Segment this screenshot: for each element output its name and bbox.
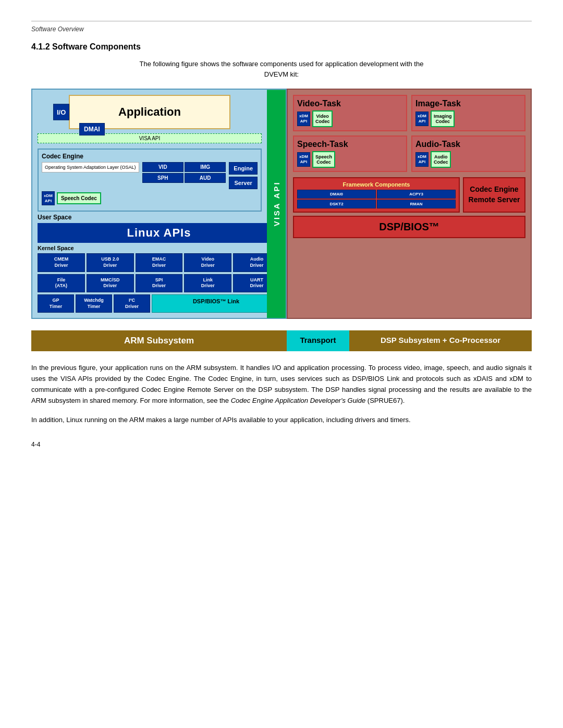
video-xdm-api: xDMAPI (297, 112, 310, 126)
visa-api-label: VISA API (38, 133, 262, 143)
usb-driver: USB 2.0Driver (87, 253, 134, 272)
speech-xdm-api: xDMAPI (297, 152, 310, 166)
server-box: Server (229, 177, 258, 189)
visa-api-vertical: VISA API (267, 90, 286, 318)
software-diagram: I/O Application DMAI VISA API Codec Engi… (31, 89, 532, 319)
dsp-section: Video-Task xDMAPI VideoCodec Image-Task … (287, 89, 532, 319)
rman-cell: RMAN (377, 200, 456, 208)
io-box: I/O (53, 104, 69, 120)
file-driver: File(ATA) (38, 274, 85, 292)
speech-task-title: Speech-Task (297, 140, 403, 149)
arm-section: I/O Application DMAI VISA API Codec Engi… (31, 89, 287, 319)
vid-img-grid: VID IMG SPH AUD (142, 162, 226, 183)
cmem-driver: CMEMDriver (38, 253, 85, 272)
osal-box: Operating System Adaptation Layer (OSAL) (42, 162, 139, 172)
dmai-box: DMAI (79, 123, 105, 135)
image-task-inner: xDMAPI ImagingCodec (415, 110, 521, 127)
framework-box: Framework Components DMAI0 ACPY3 DSKT2 R… (293, 177, 460, 213)
video-task-box: Video-Task xDMAPI VideoCodec (293, 95, 407, 131)
i2c-driver: I²CDriver (114, 294, 150, 313)
driver-row-1: CMEMDriver USB 2.0Driver EMACDriver Vide… (38, 253, 280, 272)
application-label: Application (118, 105, 181, 118)
link-driver: LinkDriver (184, 274, 231, 292)
dsp-tasks-grid: Video-Task xDMAPI VideoCodec Image-Task … (293, 95, 525, 172)
linux-apis-bar: Linux APIs (38, 223, 280, 243)
speech-task-box: Speech-Task xDMAPI SpeechCodec (293, 135, 407, 172)
codec-remote-text: Codec Engine Remote Server (467, 184, 521, 205)
spi-driver: SPIDriver (136, 274, 183, 292)
video-task-inner: xDMAPI VideoCodec (297, 110, 403, 127)
transport-bar: Transport (287, 330, 349, 351)
speech-codec-box2: SpeechCodec (312, 151, 335, 168)
watchdog-timer: WatchdgTimer (76, 294, 112, 313)
subsystem-bars: ARM Subsystem Transport DSP Subsystem + … (31, 330, 532, 351)
framework-grid: DMAI0 ACPY3 DSKT2 RMAN (297, 190, 456, 208)
acpy3-cell: ACPY3 (377, 190, 456, 199)
application-box: I/O Application DMAI (69, 95, 230, 129)
section-header: Software Overview (31, 26, 532, 33)
speech-task-inner: xDMAPI SpeechCodec (297, 151, 403, 168)
vid-cell: VID (142, 162, 183, 172)
engine-box: Engine (229, 162, 258, 175)
framework-codec-row: Framework Components DMAI0 ACPY3 DSKT2 R… (293, 177, 525, 213)
dsp-bios-link-box: DSP/BIOS™ Link (152, 294, 280, 313)
italic-title: Codec Engine Application Developer's Gui… (231, 397, 366, 404)
xdm-api-box: xDMAPI (42, 191, 55, 205)
img-cell: IMG (185, 162, 226, 172)
codec-remote-box: Codec Engine Remote Server (463, 177, 525, 213)
body-paragraph-2: In addition, Linux running on the ARM ma… (31, 415, 532, 426)
imaging-codec-box: ImagingCodec (431, 110, 455, 127)
arm-subsystem-bar: ARM Subsystem (31, 330, 287, 351)
aud-cell: AUD (185, 173, 226, 183)
section-divider (31, 21, 532, 21)
gp-timer: GPTimer (38, 294, 74, 313)
image-task-box: Image-Task xDMAPI ImagingCodec (411, 95, 525, 131)
kernel-space-label: Kernel Space (38, 245, 280, 251)
mmcsd-driver: MMC/SDDriver (87, 274, 134, 292)
video-codec-box: VideoCodec (312, 110, 333, 127)
audio-task-box: Audio-Task xDMAPI AudioCodec (411, 135, 525, 172)
body-paragraph-1: In the previous figure, your application… (31, 363, 532, 406)
xdm-speech-row: xDMAPI Speech Codec (42, 191, 258, 205)
emac-driver: EMACDriver (136, 253, 183, 272)
page-number: 4-4 (31, 441, 532, 448)
framework-title: Framework Components (297, 181, 456, 188)
audio-task-inner: xDMAPI AudioCodec (415, 151, 521, 168)
dsp-bios-text: DSP/BIOS™ (379, 221, 439, 232)
codec-engine-area: Codec Engine Operating System Adaptation… (38, 149, 262, 212)
video-task-title: Video-Task (297, 99, 403, 108)
engine-server-col: Engine Server (229, 162, 258, 189)
image-task-title: Image-Task (415, 99, 521, 108)
section-title: 4.1.2 Software Components (31, 42, 532, 52)
dmai0-cell: DMAI0 (297, 190, 376, 199)
driver-row-2: File(ATA) MMC/SDDriver SPIDriver LinkDri… (38, 274, 280, 292)
intro-text: The following figure shows the software … (136, 59, 427, 79)
sph-cell: SPH (142, 173, 183, 183)
codec-engine-inner: Operating System Adaptation Layer (OSAL)… (42, 162, 258, 189)
dsp-subsystem-bar: DSP Subsystem + Co-Processor (349, 330, 532, 351)
user-space-label: User Space (38, 214, 280, 221)
audio-codec-box: AudioCodec (431, 151, 451, 168)
audio-task-title: Audio-Task (415, 140, 521, 149)
video-driver: VideoDriver (184, 253, 231, 272)
dsp-bios-box: DSP/BIOS™ (293, 216, 525, 238)
audio-xdm-api: xDMAPI (415, 152, 429, 166)
speech-codec-box: Speech Codec (57, 192, 101, 204)
codec-engine-label: Codec Engine (42, 153, 258, 160)
image-xdm-api: xDMAPI (415, 112, 429, 126)
dskt2-cell: DSKT2 (297, 200, 376, 208)
driver-row-3: GPTimer WatchdgTimer I²CDriver DSP/BIOS™… (38, 294, 280, 313)
